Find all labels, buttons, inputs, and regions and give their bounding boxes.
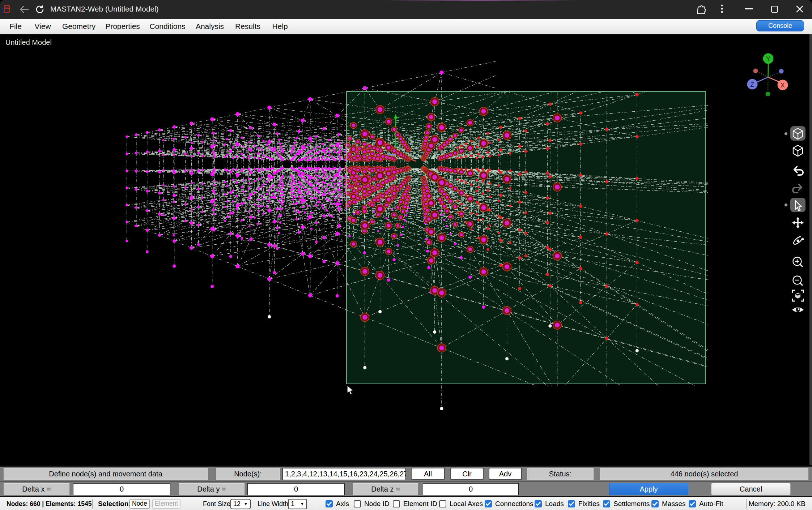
svg-text:Z: Z [751, 81, 754, 88]
svg-text:X: X [781, 82, 785, 89]
svg-text:Y: Y [766, 55, 770, 63]
